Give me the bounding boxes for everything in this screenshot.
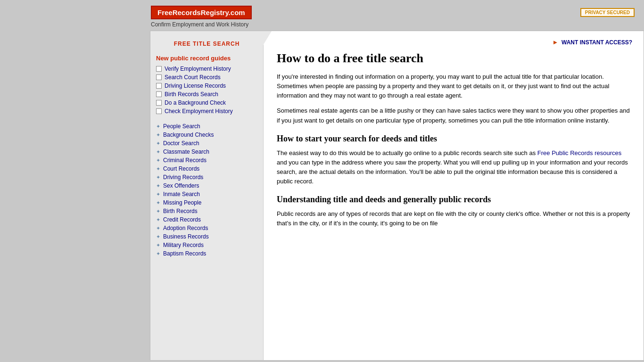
sec-item[interactable]: ✦ Missing People: [156, 199, 257, 206]
cross-icon: ✦: [156, 242, 160, 248]
sec-item[interactable]: ✦ Military Records: [156, 242, 257, 248]
sec-link[interactable]: Business Records: [163, 233, 209, 240]
sec-link[interactable]: Adoption Records: [163, 225, 208, 231]
cross-icon: ✦: [156, 132, 160, 138]
sec-link[interactable]: Sex Offenders: [163, 182, 199, 189]
cross-icon: ✦: [156, 217, 160, 223]
section2-para: Public records are any of types of recor…: [277, 209, 632, 228]
guide-item[interactable]: Birth Records Search: [156, 91, 257, 98]
guide-item[interactable]: Driving License Records: [156, 82, 257, 89]
sidebar-title: FREE TITLE SEARCH: [156, 41, 257, 47]
doc-icon: [156, 66, 162, 72]
sec-item[interactable]: ✦ Criminal Records: [156, 157, 257, 164]
sec-item[interactable]: ✦ Business Records: [156, 233, 257, 240]
sec-link[interactable]: Classmate Search: [163, 148, 209, 155]
cross-icon: ✦: [156, 123, 160, 130]
sec-link[interactable]: Background Checks: [163, 132, 214, 138]
intro-para-1: If you're interested in finding out info…: [277, 72, 632, 100]
guide-link[interactable]: Do a Background Check: [165, 99, 226, 106]
section1-title: How to start your search for deeds and t…: [277, 134, 632, 144]
cross-icon: ✦: [156, 174, 160, 181]
cross-icon: ✦: [156, 166, 160, 172]
sec-link[interactable]: Driving Records: [163, 174, 203, 181]
guide-link[interactable]: Birth Records Search: [165, 91, 218, 98]
sec-link[interactable]: People Search: [163, 123, 200, 130]
sec-item[interactable]: ✦ People Search: [156, 123, 257, 130]
cross-icon: ✦: [156, 225, 160, 231]
guide-link[interactable]: Check Employment History: [165, 108, 233, 115]
sec-link[interactable]: Doctor Search: [163, 140, 199, 147]
section1-text-before: The easiest way to do this would be to a…: [277, 149, 537, 156]
doc-icon: [156, 74, 162, 80]
arrow-icon: ►: [553, 39, 559, 46]
sec-item[interactable]: ✦ Birth Records: [156, 208, 257, 214]
sec-link[interactable]: Missing People: [163, 199, 201, 206]
cross-icon: ✦: [156, 140, 160, 147]
cross-icon: ✦: [156, 157, 160, 164]
tagline: Confirm Employment and Work History: [0, 20, 644, 31]
new-guides-heading: New public record guides: [156, 55, 257, 62]
cross-icon: ✦: [156, 149, 160, 155]
sec-item[interactable]: ✦ Court Records: [156, 165, 257, 172]
guide-link[interactable]: Search Court Records: [165, 74, 221, 81]
cross-icon: ✦: [156, 208, 160, 214]
sec-link[interactable]: Criminal Records: [163, 157, 206, 164]
doc-icon: [156, 108, 162, 114]
sec-link[interactable]: Inmate Search: [163, 191, 200, 197]
guides-list: Verify Employment History Search Court R…: [156, 66, 257, 115]
cross-icon: ✦: [156, 183, 160, 189]
sec-link[interactable]: Credit Records: [163, 216, 201, 223]
doc-icon: [156, 91, 162, 97]
logo-button[interactable]: FreeRecordsRegistry.com: [151, 6, 252, 19]
privacy-badge: PRIVACY SECURED: [580, 8, 635, 17]
sec-item[interactable]: ✦ Adoption Records: [156, 225, 257, 231]
guide-item[interactable]: Search Court Records: [156, 74, 257, 81]
cross-icon: ✦: [156, 234, 160, 240]
sec-item[interactable]: ✦ Baptism Records: [156, 250, 257, 257]
page-title: How to do a free title search: [277, 51, 632, 66]
sec-link[interactable]: Court Records: [163, 165, 199, 172]
sec-item[interactable]: ✦ Credit Records: [156, 216, 257, 223]
section1-para: The easiest way to do this would be to a…: [277, 148, 632, 187]
sec-item[interactable]: ✦ Background Checks: [156, 132, 257, 138]
section1-text-after: and you can type in the address where yo…: [277, 159, 628, 185]
sec-link[interactable]: Military Records: [163, 242, 204, 248]
cross-icon: ✦: [156, 191, 160, 197]
doc-icon: [156, 83, 162, 89]
section2-title: Understanding title and deeds and genera…: [277, 195, 632, 205]
sec-link[interactable]: Baptism Records: [163, 250, 206, 257]
guide-item[interactable]: Verify Employment History: [156, 66, 257, 72]
doc-icon: [156, 100, 162, 106]
main-content: ► WANT INSTANT ACCESS? How to do a free …: [264, 31, 644, 360]
cross-icon: ✦: [156, 200, 160, 206]
guide-link[interactable]: Verify Employment History: [165, 66, 231, 72]
sec-item[interactable]: ✦ Sex Offenders: [156, 182, 257, 189]
sec-item[interactable]: ✦ Driving Records: [156, 174, 257, 181]
sec-item[interactable]: ✦ Doctor Search: [156, 140, 257, 147]
sec-item[interactable]: ✦ Inmate Search: [156, 191, 257, 197]
guide-item[interactable]: Check Employment History: [156, 108, 257, 115]
instant-access-bar: ► WANT INSTANT ACCESS?: [277, 39, 632, 46]
guide-item[interactable]: Do a Background Check: [156, 99, 257, 106]
secondary-links-list: ✦ People Search ✦ Background Checks ✦ Do…: [156, 123, 257, 257]
sidebar: FREE TITLE SEARCH New public record guid…: [150, 31, 264, 360]
sec-link[interactable]: Birth Records: [163, 208, 198, 214]
cross-icon: ✦: [156, 251, 160, 257]
guide-link[interactable]: Driving License Records: [165, 82, 226, 89]
instant-access-link[interactable]: WANT INSTANT ACCESS?: [561, 39, 632, 46]
sec-item[interactable]: ✦ Classmate Search: [156, 148, 257, 155]
intro-para-2: Sometimes real estate agents can be a li…: [277, 106, 632, 125]
free-records-link[interactable]: Free Public Records resources: [537, 149, 621, 156]
